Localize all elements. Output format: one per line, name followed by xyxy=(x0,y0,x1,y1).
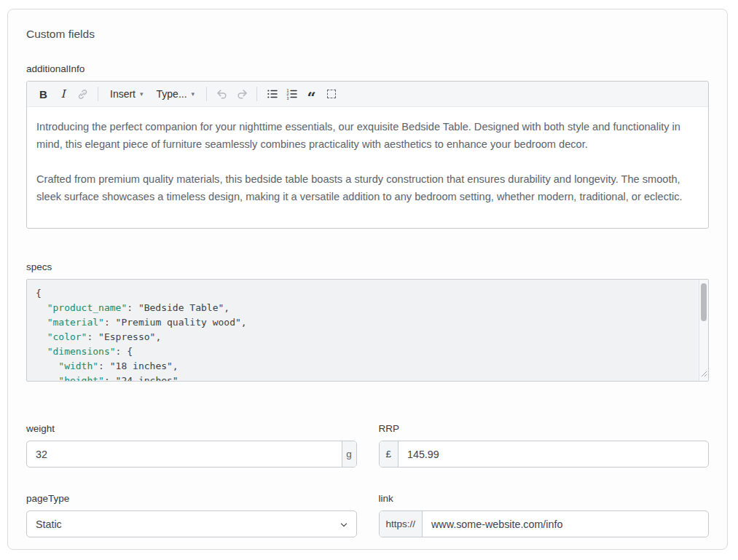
custom-fields-card: Custom fields additionalInfo B I xyxy=(7,9,728,550)
editor-toolbar: B I Insert ▾ Type... xyxy=(27,82,708,107)
insert-dropdown[interactable]: Insert ▾ xyxy=(103,84,150,103)
rrp-field-group: RRP £ xyxy=(379,423,710,468)
editor-paragraph: Crafted from premium quality materials, … xyxy=(36,170,699,205)
weight-input-group: g xyxy=(26,441,357,468)
specs-code-editor[interactable]: { "product_name": "Bedside Table", "mate… xyxy=(26,279,709,382)
link-field-group: link https:// xyxy=(379,493,710,537)
link-button[interactable] xyxy=(73,84,93,103)
type-dropdown-label: Type... xyxy=(157,88,187,100)
rrp-input-group: £ xyxy=(379,441,710,468)
page-type-field-group: pageType Static xyxy=(26,493,357,537)
toolbar-divider xyxy=(256,87,257,101)
rrp-input[interactable] xyxy=(399,441,708,467)
chevron-down-icon: ▾ xyxy=(140,91,144,98)
dashed-box-icon xyxy=(327,90,336,98)
page-type-select-wrap: Static xyxy=(26,510,357,537)
rich-text-editor: B I Insert ▾ Type... xyxy=(26,81,709,229)
rrp-label: RRP xyxy=(379,423,710,434)
anchor-button[interactable] xyxy=(321,84,341,103)
redo-icon xyxy=(235,87,248,100)
link-icon xyxy=(76,88,89,100)
italic-button[interactable]: I xyxy=(53,84,73,103)
bold-icon: B xyxy=(39,88,47,100)
bullet-list-icon xyxy=(266,87,279,100)
specs-code: { "product_name": "Bedside Table", "mate… xyxy=(27,280,708,382)
currency-addon: £ xyxy=(380,441,399,467)
weight-unit-addon: g xyxy=(342,441,356,467)
link-label: link xyxy=(379,493,710,504)
additional-info-label: additionalInfo xyxy=(26,63,709,74)
undo-icon xyxy=(216,87,229,100)
weight-input[interactable] xyxy=(27,441,342,467)
blockquote-icon: “ xyxy=(307,87,316,101)
specs-label: specs xyxy=(26,261,709,272)
scrollbar-thumb[interactable] xyxy=(701,283,707,321)
editor-content[interactable]: Introducing the perfect companion for yo… xyxy=(27,107,708,228)
bold-button[interactable]: B xyxy=(34,84,53,103)
numbered-list-icon: 1 2 3 xyxy=(286,87,299,100)
insert-dropdown-label: Insert xyxy=(110,88,136,100)
numbered-list-button[interactable]: 1 2 3 xyxy=(282,84,302,103)
resize-grip[interactable] xyxy=(700,367,707,380)
toolbar-divider xyxy=(98,87,98,101)
page-title: Custom fields xyxy=(26,28,709,41)
page-type-label: pageType xyxy=(26,493,357,504)
italic-icon: I xyxy=(61,87,66,100)
toolbar-divider xyxy=(206,87,207,101)
weight-label: weight xyxy=(26,423,357,434)
link-input-group: https:// xyxy=(379,510,710,537)
fields-grid: weight g RRP £ pageType Static xyxy=(26,423,709,537)
svg-text:3: 3 xyxy=(286,96,288,100)
blockquote-button[interactable]: “ xyxy=(302,84,321,103)
redo-button[interactable] xyxy=(232,84,251,103)
chevron-down-icon: ▾ xyxy=(192,91,195,98)
protocol-addon: https:// xyxy=(380,511,423,537)
editor-paragraph: Introducing the perfect companion for yo… xyxy=(36,118,699,153)
page-type-select[interactable]: Static xyxy=(26,510,357,537)
type-dropdown[interactable]: Type... ▾ xyxy=(150,84,202,103)
undo-button[interactable] xyxy=(212,84,232,103)
link-input[interactable] xyxy=(423,511,708,537)
weight-field-group: weight g xyxy=(26,423,357,468)
bullet-list-button[interactable] xyxy=(262,84,282,103)
